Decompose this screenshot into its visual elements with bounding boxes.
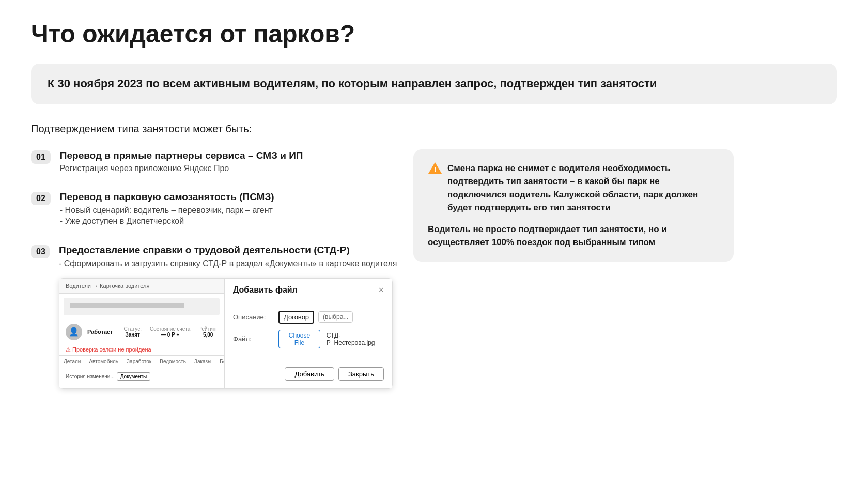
highlight-text: К 30 ноября 2023 по всем активным водите… [48,77,657,90]
description-label: Описание: [233,313,274,321]
item-02-title: Перевод в парковую самозанятость (ПСМЗ) [60,191,274,204]
main-layout: 01 Перевод в прямые партнеры сервиса – С… [31,149,837,389]
page-title: Что ожидается от парков? [31,21,837,48]
file-name: СТД-Р_Нестерова.jpg [327,332,384,346]
choose-file-button[interactable]: Choose File [278,330,320,348]
left-column: 01 Перевод в прямые партнеры сервиса – С… [31,149,393,389]
status-field-status: Статус: Занят [124,326,142,338]
warning-icon: ! [428,161,442,178]
warning-header: ! Смена парка не снимет с водителя необх… [428,162,719,215]
description-dropdown[interactable]: (выбра... [318,311,353,323]
item-03-content: Предоставление справки о трудовой деятел… [59,244,397,270]
dialog-title: Добавить файл [233,285,298,295]
item-01-number: 01 [31,150,51,164]
selfie-error: Проверка селфи не пройдена [59,344,224,355]
dialog-footer: Добавить Закрыть [225,363,392,388]
tab-orders[interactable]: Заказы [190,356,215,368]
driver-card-info [64,298,220,315]
driver-card: Водители → Карточка водителя 👤 Работает … [59,278,224,389]
card-bottom-tabs: История изменени... Документы [59,368,224,385]
item-03-number: 03 [31,245,50,258]
item-02-number: 02 [31,192,51,205]
description-row: Описание: Договор (выбра... [233,311,384,324]
works-label: Работает [87,329,113,335]
screenshot-mockup: Водители → Карточка водителя 👤 Работает … [59,278,393,389]
right-column: ! Смена парка не снимет с водителя необх… [413,149,734,389]
warning-text-bold: Смена парка не снимет с водителя необход… [447,162,719,215]
tab-earnings[interactable]: Заработок [122,356,156,368]
item-01: 01 Перевод в прямые партнеры сервиса – С… [31,149,393,175]
warning-text-bold-second: Водитель не просто подтверждает тип заня… [428,223,719,249]
status-field-value: Занят [124,332,142,338]
status-field-label: Статус: [124,326,142,332]
account-label: Состояние счёта [150,326,190,332]
item-02-bullet-1: Новый сценарий: водитель – перевозчик, п… [60,206,274,215]
status-fields: Статус: Занят Состояние счёта — 0 Р + Ре… [124,326,218,338]
rating-label: Рейтинг [198,326,218,332]
item-02: 02 Перевод в парковую самозанятость (ПСМ… [31,191,393,227]
dialog-body: Описание: Договор (выбра... Файл: Choose… [225,302,392,363]
status-field-account: Состояние счёта — 0 Р + [150,326,190,338]
svg-text:!: ! [434,165,437,174]
highlight-box: К 30 ноября 2023 по всем активным водите… [31,64,837,104]
close-icon[interactable]: × [378,285,384,296]
account-value: — 0 Р + [150,332,190,338]
item-02-content: Перевод в парковую самозанятость (ПСМЗ) … [60,191,274,227]
description-select[interactable]: Договор [278,311,314,324]
rating-value: 5,00 [198,332,218,338]
add-button[interactable]: Добавить [285,367,334,381]
driver-card-status-row: 👤 Работает Статус: Занят Состояние счёта… [59,319,224,344]
warning-box: ! Смена парка не снимет с водителя необх… [413,149,734,262]
tab-ledger[interactable]: Ведомость [156,356,190,368]
tab-details[interactable]: Детали [59,356,85,368]
driver-card-breadcrumb: Водители → Карточка водителя [59,279,224,294]
tab-car[interactable]: Автомобиль [85,356,122,368]
close-button[interactable]: Закрыть [338,367,384,381]
card-tabs: Детали Автомобиль Заработок Ведомость За… [59,355,224,368]
item-03-title: Предоставление справки о трудовой деятел… [59,244,397,257]
item-01-subtitle: Регистрация через приложение Яндекс Про [60,164,303,173]
dialog-header: Добавить файл × [225,279,392,302]
section-intro: Подтверждением типа занятости может быть… [31,123,837,135]
add-file-dialog: Добавить файл × Описание: Договор (выбра… [224,278,393,389]
item-03-row: 03 Предоставление справки о трудовой дея… [31,244,393,270]
avatar: 👤 [66,324,82,340]
item-01-title: Перевод в прямые партнеры сервиса – СМЗ … [60,149,303,162]
item-02-bullet-2: Уже доступен в Диспетчерской [60,217,274,226]
item-02-bullets: Новый сценарий: водитель – перевозчик, п… [60,206,274,226]
item-01-content: Перевод в прямые партнеры сервиса – СМЗ … [60,149,303,175]
item-03-bullet-1: Сформировать и загрузить справку СТД-Р в… [59,259,397,268]
item-03: 03 Предоставление справки о трудовой дея… [31,244,393,270]
status-field-rating: Рейтинг 5,00 [198,326,218,338]
tab-bonus[interactable]: Бонус [215,356,224,368]
documents-tab[interactable]: Документы [117,372,151,381]
status-info: Работает [87,329,113,335]
file-label: Файл: [233,335,274,343]
file-row: Файл: Choose File СТД-Р_Нестерова.jpg [233,330,384,348]
history-tab[interactable]: История изменени... [66,374,115,379]
item-03-bullets: Сформировать и загрузить справку СТД-Р в… [59,259,397,268]
